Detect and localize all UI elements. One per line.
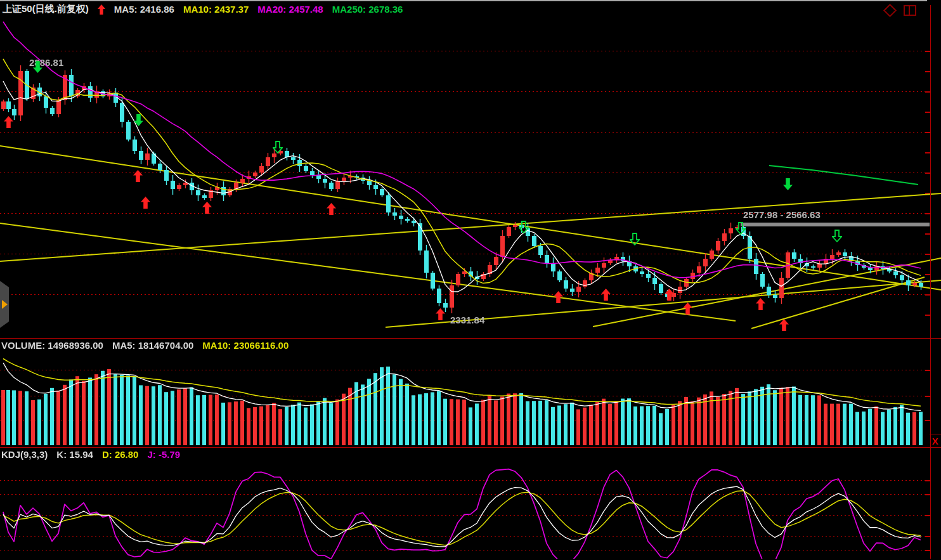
buy-signal-arrow <box>133 170 143 185</box>
buy-signal-arrow <box>4 116 13 131</box>
volume-readout: VOLUME: 14968936.00 <box>1 340 103 351</box>
ma20-readout: MA20: 2457.48 <box>257 4 323 15</box>
sell-signal-hollow-arrow <box>832 230 842 245</box>
ma5-readout: MA5: 2416.86 <box>114 4 174 15</box>
sell-signal-arrow <box>33 61 42 75</box>
buy-signal-arrow <box>756 298 765 313</box>
up-trend-arrow-icon <box>98 4 105 15</box>
volume-ma5-readout: MA5: 18146704.00 <box>112 340 193 351</box>
volume-kdj-separator <box>0 447 941 448</box>
close-indicator-button[interactable]: X <box>930 434 941 448</box>
buy-signal-arrow <box>436 308 445 323</box>
ma250-readout: MA250: 2678.36 <box>332 4 403 15</box>
kdj-chart-canvas[interactable] <box>0 447 941 560</box>
sell-signal-arrow <box>134 114 143 129</box>
buy-signal-arrow <box>683 303 692 317</box>
top-border-strip <box>0 0 927 1</box>
buy-signal-arrow <box>141 197 150 211</box>
main-volume-separator <box>0 338 941 339</box>
sell-signal-hollow-arrow <box>273 141 283 156</box>
instrument-title: 上证50(日线.前复权) <box>3 3 89 15</box>
volume-ma10-readout: MA10: 23066116.00 <box>202 340 289 351</box>
volume-header: VOLUME: 14968936.00 MA5: 18146704.00 MA1… <box>1 340 289 351</box>
split-window-icon[interactable] <box>904 5 916 16</box>
buy-signal-arrow <box>327 203 336 218</box>
volume-chart-canvas[interactable] <box>0 338 941 447</box>
gap-zone-bar <box>741 223 930 226</box>
window-controls <box>885 5 916 16</box>
sell-signal-hollow-arrow <box>630 233 640 248</box>
buy-signal-arrow <box>665 289 674 303</box>
sidebar-expand-handle[interactable] <box>0 281 9 328</box>
d-readout: D: 26.80 <box>102 449 139 460</box>
trading-app-screen: 上证50(日线.前复权) MA5: 2416.86 MA10: 2437.37 … <box>0 0 941 560</box>
right-axis-line <box>930 5 931 559</box>
buy-signal-arrow <box>202 202 212 216</box>
chart-header: 上证50(日线.前复权) MA5: 2416.86 MA10: 2437.37 … <box>3 3 403 15</box>
expand-triangle-icon <box>2 300 8 309</box>
low-price-label: 2331.84 <box>450 315 484 325</box>
buy-signal-arrow <box>779 319 789 334</box>
j-readout: J: -5.79 <box>147 449 180 460</box>
buy-signal-arrow <box>601 289 611 303</box>
kdj-header: KDJ(9,3,3) K: 15.94 D: 26.80 J: -5.79 <box>1 449 180 460</box>
buy-signal-arrow <box>554 291 563 306</box>
kdj-name: KDJ(9,3,3) <box>1 449 48 460</box>
sell-signal-hollow-arrow <box>736 222 746 237</box>
diamond-icon[interactable] <box>883 4 897 17</box>
ma10-readout: MA10: 2437.37 <box>183 4 249 15</box>
gap-price-label: 2577.98 - 2566.63 <box>743 209 821 220</box>
sell-signal-hollow-arrow <box>519 221 529 236</box>
k-readout: K: 15.94 <box>56 449 93 460</box>
sell-signal-arrow <box>783 178 793 193</box>
